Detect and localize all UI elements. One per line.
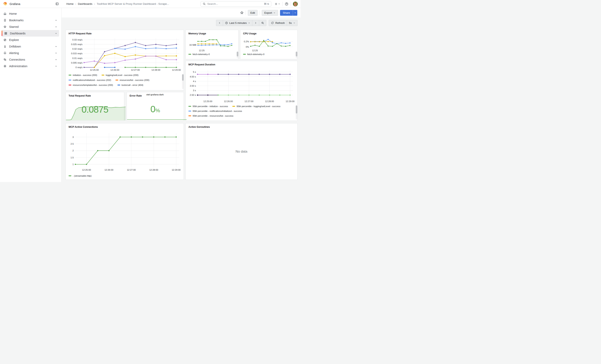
svg-text:0.01 req/s: 0.01 req/s bbox=[72, 57, 82, 59]
panel-title[interactable]: MCP Active Connections bbox=[67, 125, 182, 130]
legend-swatch bbox=[101, 75, 104, 76]
share-button[interactable]: Share bbox=[280, 10, 293, 16]
panel-title[interactable]: MCP Request Duration bbox=[187, 63, 296, 67]
cpu-usage-chart[interactable]: 0.2%0%12:25 bbox=[242, 36, 296, 51]
svg-text:0.015 req/s: 0.015 req/s bbox=[71, 52, 82, 55]
legend-scrollbar[interactable] bbox=[296, 51, 297, 58]
search-input[interactable]: ⌘+k bbox=[200, 1, 271, 7]
mcp-active-connections-chart[interactable]: 32.521.5112:25:0012:26:0012:27:0012:28:0… bbox=[67, 130, 182, 173]
sidebar-item-bookmarks[interactable]: Bookmarks bbox=[2, 17, 59, 23]
share-dropdown-caret[interactable] bbox=[293, 10, 297, 16]
legend-item[interactable]: fetch-telemetry-0 bbox=[188, 53, 210, 55]
legend-label: 95th percentile - resources/list - succe… bbox=[193, 115, 233, 117]
legend-item[interactable]: resources/templates/list - success (200) bbox=[69, 84, 113, 86]
svg-text:0 req/s: 0 req/s bbox=[76, 66, 82, 69]
memory-usage-chart[interactable]: 16 MiB12:25 bbox=[187, 36, 237, 51]
svg-text:12:26:00: 12:26:00 bbox=[224, 100, 233, 103]
legend-label: 95th percentile - initialize - success bbox=[193, 105, 228, 108]
legend-label: 95th percentile - logging/setLevel - suc… bbox=[237, 105, 280, 108]
drilldown-icon bbox=[3, 45, 7, 48]
active-indicator bbox=[2, 31, 2, 36]
legend-item[interactable]: 95th percentile - initialize - success bbox=[188, 105, 228, 108]
legend-item[interactable]: tools/list - success (200) bbox=[102, 89, 131, 89]
dashboard-toolbar: Edit Export Share bbox=[62, 8, 300, 18]
time-shift-forward-button[interactable] bbox=[252, 20, 259, 26]
export-button[interactable]: Export bbox=[262, 10, 278, 16]
legend-scrollbar[interactable] bbox=[296, 105, 297, 119]
legend-row: 95th percentile - notifications/initiali… bbox=[188, 109, 296, 113]
legend-row: 95th percentile - resources/templates/li… bbox=[188, 118, 296, 120]
sidebar-item-label: Connections bbox=[9, 58, 52, 61]
breadcrumb-item-home[interactable]: Home bbox=[66, 2, 73, 5]
chevron-down-icon bbox=[55, 52, 57, 54]
legend-swatch bbox=[69, 176, 71, 176]
svg-text:12:28:00: 12:28:00 bbox=[149, 169, 158, 171]
legend-item[interactable]: 95th percentile - resources/list - succe… bbox=[188, 115, 233, 117]
legend-item[interactable]: tools/call - success (200) bbox=[69, 89, 98, 89]
star-dashboard-icon[interactable] bbox=[240, 11, 244, 14]
sidebar-item-drilldown[interactable]: Drilldown bbox=[2, 43, 59, 50]
legend-item[interactable]: tools/call - error (404) bbox=[118, 84, 143, 86]
edit-button[interactable]: Edit bbox=[248, 10, 258, 16]
svg-text:12:25:00: 12:25:00 bbox=[203, 100, 212, 103]
legend-scrollbar[interactable] bbox=[182, 74, 184, 89]
panel-title[interactable]: CPU Usage bbox=[242, 32, 296, 36]
search-shortcut: ⌘+k bbox=[264, 2, 269, 5]
legend-item[interactable]: 95th percentile - notifications/initiali… bbox=[188, 110, 242, 112]
sidebar-item-explore[interactable]: Explore bbox=[2, 37, 59, 43]
legend-item[interactable]: logging/setLevel - success (200) bbox=[101, 74, 139, 76]
total-request-rate-value: 0.0875 bbox=[66, 104, 124, 115]
sidebar-item-starred[interactable]: Starred bbox=[2, 23, 59, 30]
legend-item[interactable]: fetch-telemetry-0 bbox=[243, 53, 264, 55]
svg-text:12:28:00: 12:28:00 bbox=[265, 100, 274, 103]
svg-text:12:29:00: 12:29:00 bbox=[172, 169, 181, 171]
legend-label: - (streamable-http) bbox=[73, 175, 92, 177]
legend-label: initialize - success (200) bbox=[73, 74, 97, 76]
legend-item[interactable]: notifications/initialized - success (202… bbox=[69, 79, 111, 81]
panel-error-rate: Error Rate otel-grafana-dark 0% bbox=[127, 92, 184, 121]
chart-legend: 95th percentile - initialize - success95… bbox=[187, 104, 296, 120]
legend-item[interactable]: resources/list - success (200) bbox=[115, 79, 150, 81]
legend-item[interactable]: 95th percentile - resources/templates/li… bbox=[188, 119, 244, 120]
search-field[interactable] bbox=[207, 2, 262, 5]
legend-swatch bbox=[243, 54, 246, 55]
divider bbox=[246, 10, 246, 15]
user-avatar[interactable] bbox=[293, 2, 298, 6]
legend-item[interactable]: initialize - success (200) bbox=[69, 74, 97, 76]
sidebar-item-administration[interactable]: Administration bbox=[2, 63, 59, 69]
panel-mcp-active-connections: MCP Active Connections 32.521.5112:25:00… bbox=[66, 123, 184, 180]
svg-text:12:25: 12:25 bbox=[252, 49, 258, 51]
legend-label: fetch-telemetry-0 bbox=[247, 53, 264, 55]
time-shift-back-button[interactable] bbox=[216, 20, 223, 26]
legend-item[interactable]: unknown - success (200) bbox=[135, 89, 165, 89]
mcp-request-duration-chart[interactable]: 5 s4.50 s4 s3.50 s3 s2.50 s12:25:0012:26… bbox=[187, 67, 296, 104]
help-icon[interactable] bbox=[285, 2, 288, 6]
panel-title[interactable]: HTTP Request Rate bbox=[67, 32, 182, 36]
time-range-picker[interactable]: Last 5 minutes bbox=[223, 20, 253, 26]
svg-text:12:27:00: 12:27:00 bbox=[127, 169, 136, 171]
legend-item[interactable]: 95th percentile - logging/setLevel - suc… bbox=[232, 105, 280, 108]
sidebar-item-home[interactable]: Home bbox=[2, 10, 59, 17]
refresh-button[interactable]: Refresh bbox=[269, 20, 287, 26]
panel-title[interactable]: Memory Usage bbox=[187, 32, 237, 36]
legend-label: unknown - success (200) bbox=[140, 89, 165, 89]
panel-title[interactable]: Total Request Rate bbox=[67, 94, 122, 98]
zoom-out-time-button[interactable] bbox=[259, 20, 266, 26]
add-new-button[interactable] bbox=[274, 2, 280, 6]
legend-scrollbar[interactable] bbox=[237, 51, 238, 58]
svg-text:0.005 req/s: 0.005 req/s bbox=[71, 62, 82, 64]
legend-item[interactable]: - (streamable-http) bbox=[69, 175, 92, 177]
sidebar-item-connections[interactable]: Connections bbox=[2, 56, 59, 63]
chart-legend: fetch-telemetry-0 bbox=[242, 52, 296, 58]
sidebar-item-alerting[interactable]: Alerting bbox=[2, 50, 59, 56]
grafana-logo-icon[interactable] bbox=[3, 2, 8, 6]
sidebar-item-dashboards[interactable]: Dashboards bbox=[2, 30, 59, 37]
breadcrumb-item-dashboards[interactable]: Dashboards bbox=[78, 2, 92, 5]
svg-text:4.50 s: 4.50 s bbox=[190, 76, 196, 78]
http-request-rate-chart[interactable]: 0 req/s0.005 req/s0.01 req/s0.015 req/s0… bbox=[67, 36, 182, 72]
refresh-interval-picker[interactable]: 5s bbox=[287, 20, 298, 26]
sidebar-item-label: Alerting bbox=[9, 51, 52, 55]
svg-text:12:29:00: 12:29:00 bbox=[286, 100, 295, 103]
svg-text:12:25: 12:25 bbox=[199, 49, 205, 51]
dock-sidebar-icon[interactable] bbox=[55, 2, 59, 6]
